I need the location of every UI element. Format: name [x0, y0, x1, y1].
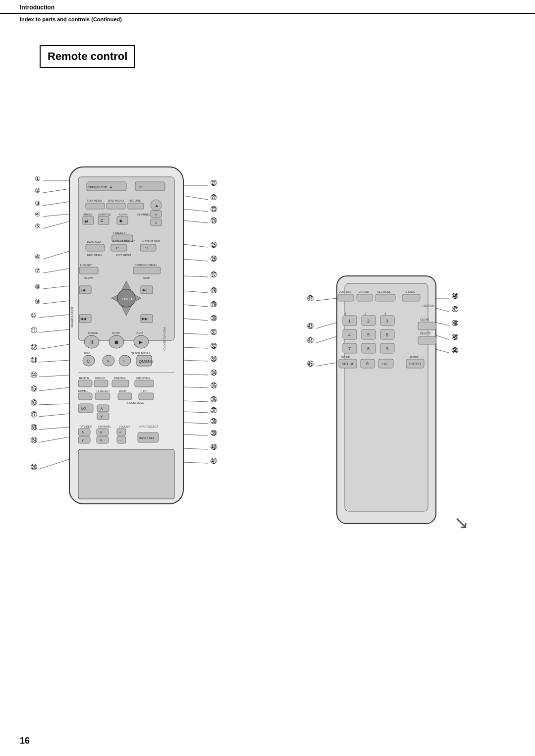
svg-text:▲: ▲ — [109, 185, 113, 189]
callout-40: ㊵ — [211, 443, 217, 451]
svg-line-160 — [183, 401, 208, 402]
callout-21: ㉑ — [211, 179, 217, 187]
callout-39: ㊴ — [211, 430, 217, 437]
svg-rect-174 — [375, 294, 395, 301]
svg-rect-12 — [128, 203, 144, 209]
main-remote-diagram: ① ② ③ ④ ⑤ ⑥ ⑦ ⑧ ⑨ ⑩ ⑪ — [20, 83, 297, 604]
svg-text:▶▶: ▶▶ — [142, 317, 148, 321]
svg-text:ENTER: ENTER — [410, 356, 419, 359]
svg-line-153 — [183, 305, 208, 307]
svg-line-218 — [436, 323, 449, 325]
callout-32: ㉜ — [211, 342, 217, 350]
svg-line-141 — [39, 414, 69, 417]
svg-text:▶|: ▶| — [143, 288, 147, 292]
vcr-remote-diagram: VCR Plus+ EXTEND REC MODE TV CODE T.SEAR… — [307, 271, 476, 570]
svg-text:FRAME/ADJUST: FRAME/ADJUST — [71, 306, 74, 327]
page-container: Introduction Index to parts and controls… — [0, 0, 535, 756]
svg-line-158 — [183, 374, 208, 375]
svg-text:CHANNEL: CHANNEL — [137, 213, 150, 216]
svg-line-140 — [39, 404, 69, 405]
callout-15: ⑮ — [31, 385, 37, 392]
svg-text:⏹: ⏹ — [114, 339, 119, 345]
svg-text:VCR Plus+: VCR Plus+ — [339, 290, 351, 293]
svg-text:+10: +10 — [381, 362, 387, 366]
svg-text:∨: ∨ — [100, 414, 103, 419]
svg-line-147 — [183, 209, 208, 212]
svg-text:PICTURE SEARCH: PICTURE SEARCH — [163, 327, 166, 352]
svg-line-159 — [183, 387, 208, 388]
callout-4: ④ — [35, 211, 41, 218]
svg-text:▶: ▶ — [139, 339, 143, 345]
svg-text:CHANNEL: CHANNEL — [98, 425, 111, 428]
svg-line-150 — [183, 259, 208, 261]
svg-rect-175 — [402, 294, 420, 301]
vcr-remote-svg: VCR Plus+ EXTEND REC MODE TV CODE T.SEAR… — [307, 271, 476, 568]
callout-6: ⑥ — [35, 253, 41, 261]
svg-line-128 — [43, 214, 69, 216]
svg-text:2: 2 — [367, 319, 370, 324]
svg-text:EXTEND: EXTEND — [359, 290, 369, 293]
svg-text:0: 0 — [366, 361, 369, 366]
svg-text:INSTANT REPLAY: INSTANT REPLAY — [112, 240, 135, 243]
svg-text:6: 6 — [386, 332, 388, 337]
svg-line-138 — [39, 375, 69, 377]
svg-text:4: 4 — [348, 332, 351, 337]
svg-text:PLAY: PLAY — [136, 331, 143, 334]
callout-34: ㉞ — [211, 369, 217, 377]
svg-text:∨: ∨ — [155, 221, 157, 224]
svg-text:ZOOM: ZOOM — [119, 389, 126, 392]
svg-text:P in P: P in P — [141, 389, 148, 392]
svg-text:◉: ◉ — [119, 219, 122, 222]
svg-rect-100 — [97, 405, 109, 412]
svg-rect-97 — [118, 393, 132, 400]
svg-rect-114 — [97, 436, 108, 443]
svg-text:|◀: |◀ — [81, 288, 86, 292]
svg-text:DVD MENU: DVD MENU — [108, 199, 124, 202]
svg-text:SKIP: SKIP — [143, 276, 150, 279]
svg-text:▲: ▲ — [155, 203, 159, 208]
svg-text:QMENU: QMENU — [139, 359, 154, 364]
svg-text:REC: REC — [84, 352, 91, 355]
svg-line-130 — [43, 251, 69, 259]
svg-text:DISPLAY: DISPLAY — [95, 377, 106, 379]
svg-line-217 — [436, 308, 449, 312]
svg-text:∧: ∧ — [100, 430, 103, 434]
svg-rect-23 — [117, 216, 128, 224]
svg-rect-108 — [78, 429, 90, 435]
svg-text:SLOW: SLOW — [84, 276, 93, 279]
callout-5: ⑤ — [35, 222, 41, 230]
svg-line-139 — [39, 387, 69, 391]
svg-rect-95 — [78, 393, 92, 400]
svg-line-144 — [39, 459, 69, 469]
callout-35: ㉟ — [211, 382, 217, 389]
callout-7: ⑦ — [35, 267, 41, 274]
svg-line-157 — [183, 360, 208, 361]
svg-text:LIBRARY: LIBRARY — [80, 264, 92, 267]
callout-36: ㊱ — [211, 396, 217, 403]
callout-20: ⑳ — [31, 463, 37, 471]
callout-22: ㉒ — [211, 194, 217, 201]
svg-rect-44 — [133, 267, 160, 274]
svg-rect-10 — [107, 203, 125, 209]
svg-text:ANGLE: ANGLE — [83, 213, 93, 216]
svg-rect-90 — [135, 380, 154, 387]
subheader-subtitle: Index to parts and controls (Continued) — [20, 16, 122, 22]
svg-text:1: 1 — [348, 319, 351, 324]
svg-text:I/O: I/O — [139, 185, 144, 189]
svg-text:REMAIN: REMAIN — [79, 377, 89, 379]
callout-17: ⑰ — [31, 411, 37, 418]
svg-text:DELETE: DELETE — [420, 332, 431, 335]
subheader-section: Index to parts and controls (Continued) — [0, 14, 535, 25]
svg-line-129 — [43, 221, 69, 228]
svg-text:◀◀: ◀◀ — [80, 317, 87, 321]
svg-text:INPUT SELECT: INPUT SELECT — [139, 425, 159, 428]
callout-33: ㉝ — [211, 355, 217, 363]
callout-18: ⑱ — [31, 424, 37, 431]
svg-text:DIMMER: DIMMER — [78, 389, 89, 392]
callout-14: ⑭ — [31, 371, 37, 378]
callout-13: ⑬ — [31, 356, 37, 364]
header-section: Introduction — [0, 0, 535, 14]
svg-text:PROGRESSIVE: PROGRESSIVE — [126, 401, 144, 404]
section-title-bar: Remote control — [40, 45, 135, 68]
svg-line-146 — [183, 196, 208, 200]
